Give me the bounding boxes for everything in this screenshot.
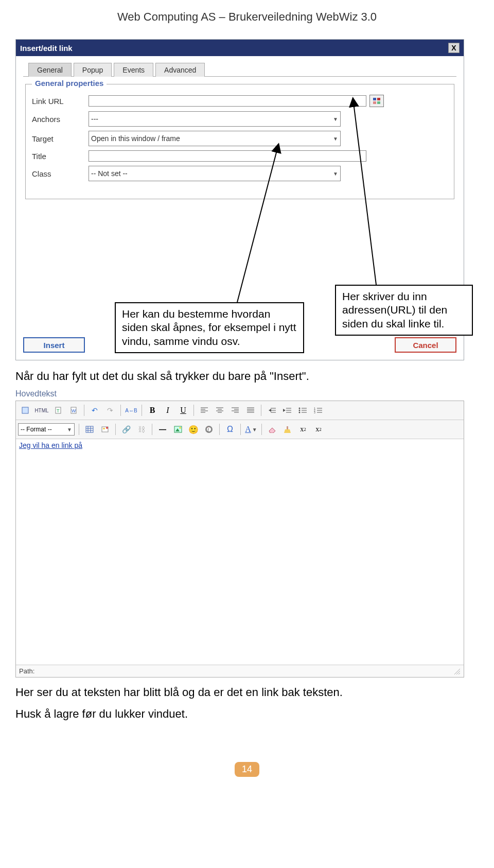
class-label: Class — [32, 169, 89, 178]
tab-general[interactable]: General — [28, 63, 72, 77]
align-justify-icon[interactable] — [243, 404, 258, 417]
cleanup-icon[interactable] — [280, 423, 295, 436]
svg-marker-31 — [283, 409, 286, 412]
svg-line-66 — [458, 673, 460, 674]
target-label: Target — [32, 134, 89, 143]
toolbar-separator — [240, 424, 241, 435]
instruction-text-2: Her ser du at teksten har blitt blå og d… — [15, 686, 479, 699]
html-mode-button[interactable]: HTML — [33, 404, 50, 417]
target-value: Open in this window / frame — [91, 134, 180, 143]
editor-content-area[interactable]: Jeg vil ha en link på — [16, 439, 464, 665]
align-center-icon[interactable] — [213, 404, 227, 417]
table-icon[interactable] — [82, 423, 97, 436]
resize-handle-icon[interactable] — [453, 668, 461, 675]
bullet-list-icon[interactable] — [295, 404, 310, 417]
find-replace-icon[interactable]: A↔B — [124, 404, 138, 417]
cancel-button[interactable]: Cancel — [395, 337, 456, 353]
bold-button[interactable]: B — [145, 404, 160, 417]
link-url-input[interactable] — [89, 95, 366, 107]
svg-line-65 — [456, 671, 460, 674]
format-select[interactable]: -- Format -- ▼ — [18, 423, 75, 436]
link-url-label: Link URL — [32, 97, 89, 106]
align-right-icon[interactable] — [228, 404, 242, 417]
chevron-down-icon: ▼ — [333, 171, 338, 177]
svg-text:3: 3 — [314, 411, 315, 413]
insert-button[interactable]: Insert — [23, 337, 85, 353]
redo-icon[interactable]: ↷ — [103, 404, 117, 417]
toolbar-separator — [193, 405, 194, 416]
align-left-icon[interactable] — [197, 404, 211, 417]
svg-rect-1 — [377, 98, 380, 100]
svg-marker-63 — [284, 429, 291, 433]
link-icon[interactable]: 🔗 — [119, 423, 133, 436]
dialog-tabs: General Popup Events Advanced — [23, 62, 456, 77]
chevron-down-icon: ▼ — [67, 427, 72, 432]
toolbar-separator — [261, 424, 262, 435]
media-icon[interactable]: ƒ — [202, 423, 216, 436]
svg-rect-3 — [377, 101, 380, 104]
toolbar-separator — [120, 405, 121, 416]
chevron-down-icon: ▼ — [333, 116, 338, 122]
editor-status-bar: Path: — [16, 665, 464, 677]
target-select[interactable]: Open in this window / frame ▼ — [89, 131, 341, 146]
instruction-text-1: Når du har fylt ut det du skal så trykke… — [15, 370, 479, 383]
dialog-title: Insert/edit link — [20, 44, 73, 53]
new-document-icon[interactable] — [18, 404, 32, 417]
svg-text:ƒ: ƒ — [207, 428, 209, 432]
browse-url-button[interactable] — [369, 95, 384, 107]
tab-events[interactable]: Events — [114, 63, 153, 77]
hr-icon[interactable]: — — [155, 423, 170, 436]
paste-word-icon[interactable]: W — [66, 404, 81, 417]
undo-icon[interactable]: ↶ — [87, 404, 102, 417]
svg-point-37 — [299, 412, 301, 413]
superscript-icon[interactable]: x2 — [311, 423, 326, 436]
special-char-icon[interactable]: Ω — [223, 423, 237, 436]
link-dialog: Insert/edit link X General Popup Events … — [15, 39, 464, 360]
toolbar-separator — [152, 424, 152, 435]
title-input[interactable] — [89, 150, 366, 162]
tab-popup[interactable]: Popup — [74, 63, 112, 77]
svg-point-35 — [299, 408, 301, 409]
toolbar-row-1: HTML T W ↶ ↷ A↔B B I U 123 — [16, 401, 464, 420]
image-icon[interactable] — [171, 423, 185, 436]
italic-button[interactable]: I — [161, 404, 175, 417]
eraser-icon[interactable] — [265, 423, 279, 436]
toolbar-separator — [84, 405, 84, 416]
svg-point-57 — [180, 427, 181, 429]
instruction-text-3: Husk å lagre før du lukker vinduet. — [15, 707, 479, 721]
dialog-titlebar: Insert/edit link X — [16, 40, 464, 56]
anchors-select[interactable]: --- ▼ — [89, 111, 341, 127]
unlink-icon[interactable]: ⛓ — [134, 423, 149, 436]
indent-icon[interactable] — [280, 404, 294, 417]
document-header: Web Computing AS – Brukerveiledning WebW… — [15, 10, 479, 24]
svg-rect-6 — [22, 407, 28, 413]
svg-rect-62 — [287, 426, 288, 429]
svg-text:W: W — [72, 408, 76, 413]
underline-button[interactable]: U — [176, 404, 190, 417]
svg-rect-53 — [103, 428, 105, 429]
emoticon-icon[interactable]: 🙂 — [186, 423, 201, 436]
general-properties-fieldset: General properties Link URL Anch — [25, 84, 454, 199]
fieldset-legend: General properties — [32, 79, 107, 88]
browse-icon — [373, 97, 381, 105]
callout-target: Her kan du bestemme hvordan siden skal å… — [115, 302, 304, 353]
svg-text:T: T — [57, 408, 60, 413]
class-select[interactable]: -- Not set -- ▼ — [89, 166, 341, 181]
numbered-list-icon[interactable]: 123 — [311, 404, 325, 417]
toolbar-separator — [261, 405, 261, 416]
svg-marker-61 — [269, 428, 275, 433]
svg-rect-2 — [373, 101, 376, 104]
tab-advanced[interactable]: Advanced — [155, 63, 205, 77]
text-color-icon[interactable]: A▼ — [244, 423, 258, 436]
paste-text-icon[interactable]: T — [51, 404, 65, 417]
editor-section-label: Hovedtekst — [15, 389, 479, 398]
outdent-icon[interactable] — [264, 404, 279, 417]
title-label: Title — [32, 152, 89, 161]
toolbar-separator — [142, 405, 142, 416]
subscript-icon[interactable]: x2 — [296, 423, 310, 436]
svg-point-36 — [299, 410, 301, 411]
svg-rect-0 — [373, 98, 376, 100]
close-icon[interactable]: X — [448, 43, 460, 53]
templates-icon[interactable] — [98, 423, 112, 436]
svg-rect-47 — [86, 426, 93, 432]
